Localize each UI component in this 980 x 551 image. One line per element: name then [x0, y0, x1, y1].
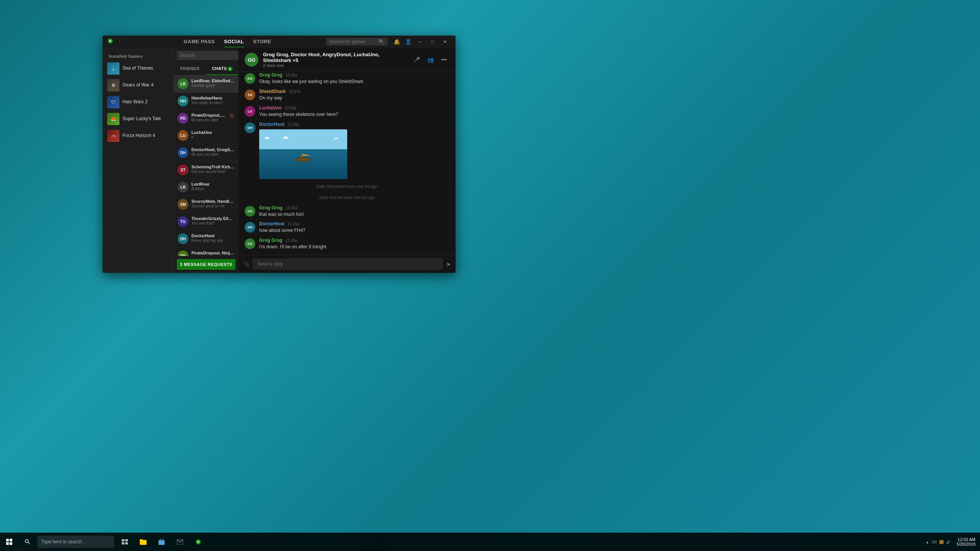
message-header: Grog Grog 11:45a: [259, 238, 449, 243]
message-content: LuchaUno 10:58a You seeing these skeleto…: [259, 105, 449, 118]
message-content: Grog Grog 10:36a Okay, looks like we jus…: [259, 72, 449, 85]
conversation-item-5[interactable]: DH DoctorHoot, GrogGrog 0k see you later: [174, 144, 238, 161]
chat-info: PirateDropout, Ninjalchi 0k see you late…: [191, 113, 226, 122]
tab-social[interactable]: SOCIAL: [224, 36, 244, 47]
mail-icon[interactable]: [171, 533, 189, 551]
svg-rect-13: [125, 542, 128, 544]
message-time: 11:15a: [287, 222, 299, 226]
message-header: DoctorHoot 11:15a: [259, 221, 449, 227]
game-item-gears-of-war-4[interactable]: ⚙ Gears of War 4: [103, 77, 173, 94]
message-avatar: GG: [245, 238, 255, 249]
installed-games-title: Installed Games: [103, 51, 173, 60]
conversation-item-8[interactable]: SM ScurvyMate, HandlebarHans, Last... +5…: [174, 196, 238, 213]
conversation-item-7[interactable]: LR LastRoar Buhbye: [174, 179, 238, 196]
message-sender: Grog Grog: [259, 238, 283, 243]
tab-friends[interactable]: FRIENDS: [174, 63, 206, 75]
svg-rect-7: [10, 542, 12, 545]
game-name: Halo Wars 2: [122, 99, 148, 105]
file-explorer-icon[interactable]: [134, 533, 152, 551]
chat-avatar: LR: [178, 78, 188, 89]
chevron-up-icon[interactable]: ▲: [925, 540, 929, 544]
chat-avatar: LU: [178, 130, 188, 141]
game-item-halo-wars-2[interactable]: 🛡 Halo Wars 2: [103, 94, 173, 111]
conversation-item-3[interactable]: PD PirateDropout, Ninjalchi 0k see you l…: [174, 110, 238, 127]
date-display: 5/20/2019: [957, 542, 975, 546]
message-time: 10:58a: [285, 106, 297, 110]
chat-name: DoctorHoot, GrogGrog: [191, 147, 235, 152]
search-input[interactable]: [329, 39, 376, 44]
network-icon: 📶: [939, 540, 944, 544]
message-group-12: DH DoctorHoot 11:15a how about some FH4?: [245, 221, 449, 234]
chat-search-bar: 🔍 ✏: [174, 48, 238, 63]
message-header: Grog Grog 11:05a: [259, 205, 449, 210]
nav-buttons: ←: [116, 39, 124, 44]
conversation-item-9[interactable]: TG ThunderGrizzly Ellen Haynes You see t…: [174, 213, 238, 230]
message-content: DoctorHoot 11:15a how about some FH4?: [259, 221, 449, 234]
chat-avatar: ST: [178, 165, 188, 175]
message-time: 11:00a: [287, 122, 299, 127]
message-text: Okay, looks like we just waiting on you …: [259, 78, 449, 85]
conversation-item-2[interactable]: HH HandlebarHans You ready to play?: [174, 93, 238, 110]
voice-chat-icon[interactable]: 🎤: [411, 54, 422, 65]
more-options-icon[interactable]: •••: [439, 54, 449, 65]
chat-search-input[interactable]: [177, 51, 240, 60]
start-button[interactable]: [0, 533, 18, 551]
message-group-11: GG Grog Grog 11:05a that was so much fun…: [245, 205, 449, 218]
chat-preview: 0k see you later: [191, 256, 235, 256]
svg-line-9: [28, 542, 30, 544]
conversation-item-10[interactable]: DH DoctorHoot Never skip leg day: [174, 230, 238, 248]
conversation-item-1[interactable]: LR LastRoar, ElderRed, Grog Grog, H... S…: [174, 75, 238, 93]
message-text: how about some FH4?: [259, 227, 449, 234]
send-button[interactable]: ➤: [446, 261, 451, 268]
chat-name: SchemingTroll Kirby Raley: [191, 165, 235, 169]
game-name: Forza Horizon 4: [122, 133, 155, 139]
minimize-button[interactable]: ─: [414, 37, 426, 46]
message-sender: ShieldShark: [259, 89, 286, 94]
message-time: 11:45a: [286, 238, 297, 243]
system-clock[interactable]: 12:02 AM 5/20/2019: [957, 537, 975, 546]
conversation-item-4[interactable]: LU LuchaUno k: [174, 127, 238, 144]
members-icon[interactable]: 👥: [425, 54, 436, 65]
chat-name: DoctorHoot: [191, 233, 235, 238]
task-view-icon[interactable]: [116, 533, 134, 551]
tab-store[interactable]: STORE: [253, 36, 271, 47]
svg-point-8: [25, 540, 28, 543]
conversation-item-6[interactable]: ST SchemingTroll Kirby Raley Did you rec…: [174, 161, 238, 179]
tab-gamepass[interactable]: GAME PASS: [184, 36, 215, 47]
message-header: ShieldShark 10:37a: [259, 89, 449, 94]
message-avatar: GG: [245, 73, 255, 84]
chat-info: LastRoar Buhbye: [191, 182, 235, 191]
conversation-item-11[interactable]: PD PirateDropout, Ninjalchi 0k see you l…: [174, 248, 238, 256]
chat-tabs: FRIENDS CHATS5: [174, 63, 238, 75]
keyboard-icon: ⌨: [931, 540, 937, 544]
attach-icon[interactable]: 📎: [243, 261, 250, 267]
system-message: Elder Red left voice chat 2m ago: [245, 194, 449, 201]
profile-icon[interactable]: 👤: [403, 37, 413, 46]
notifications-icon[interactable]: 🔔: [392, 37, 401, 46]
tab-chats[interactable]: CHATS5: [206, 63, 239, 75]
back-button[interactable]: ←: [116, 39, 124, 44]
close-button[interactable]: ✕: [439, 37, 451, 46]
xbox-taskbar-icon[interactable]: [189, 533, 207, 551]
chats-badge: 5: [227, 67, 232, 71]
game-thumb: ⚓: [107, 62, 119, 75]
message-content: Grog Grog 11:05a that was so much fun!: [259, 205, 449, 218]
chat-preview: k: [191, 135, 235, 139]
store-icon[interactable]: [152, 533, 171, 551]
game-item-forza-horizon-4[interactable]: 🚗 Forza Horizon 4: [103, 127, 173, 144]
xbox-app-window: ← GAME PASS SOCIAL STORE 🔍 🔔 👤 ─ □ ✕ Ins…: [103, 36, 456, 273]
taskbar-search-text[interactable]: Type here to search: [41, 539, 82, 544]
message-group-8: DH DoctorHoot 11:00a: [245, 122, 449, 179]
message-requests-button[interactable]: 3 MESSAGE REQUESTS: [177, 259, 235, 270]
reply-input[interactable]: [253, 258, 443, 270]
games-list: ⚓ Sea of Thieves ⚙ Gears of War 4 🛡 Halo…: [103, 60, 173, 144]
chat-avatar: HH: [178, 96, 188, 106]
game-item-sea-of-thieves[interactable]: ⚓ Sea of Thieves: [103, 60, 173, 77]
search-icon: 🔍: [379, 39, 384, 44]
search-button[interactable]: [18, 533, 37, 551]
volume-icon[interactable]: 🔊: [946, 540, 951, 544]
search-box[interactable]: 🔍: [326, 38, 387, 46]
maximize-button[interactable]: □: [426, 37, 439, 46]
game-item-super-luckys-tale[interactable]: 🦊 Super Lucky's Tale: [103, 111, 173, 127]
chat-info: SchemingTroll Kirby Raley Did you record…: [191, 165, 235, 174]
